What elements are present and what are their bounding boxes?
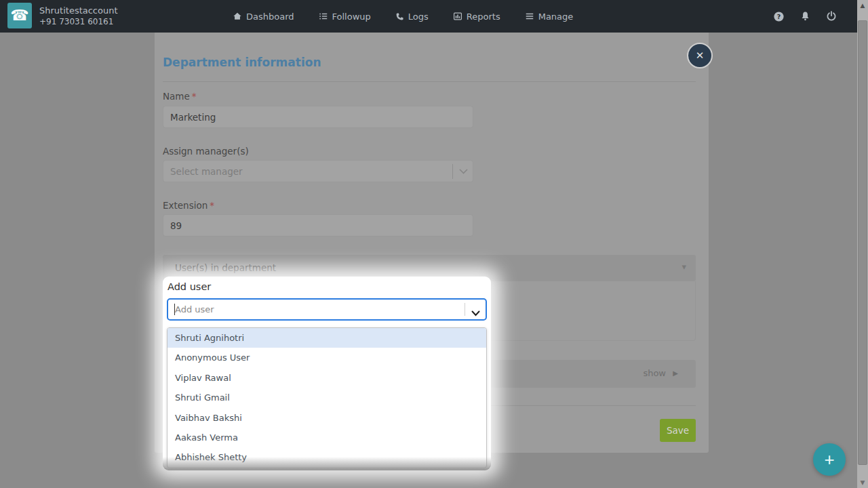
nav-item-reports[interactable]: Reports	[453, 12, 500, 22]
show-link[interactable]: show	[643, 368, 666, 378]
add-user-dropdown: Shruti Agnihotri Anonymous User Viplav R…	[167, 327, 487, 468]
nav-label: Dashboard	[246, 12, 294, 22]
name-label: Name*	[163, 91, 197, 102]
add-user-combobox[interactable]	[167, 298, 487, 321]
list-icon	[319, 12, 328, 21]
close-icon: ✕	[696, 49, 705, 62]
dropdown-option[interactable]: Abhishek Shetty	[167, 447, 486, 467]
name-input[interactable]	[163, 106, 473, 128]
home-icon	[233, 12, 242, 21]
select-separator	[452, 164, 453, 179]
navbar-actions: ?	[773, 0, 837, 33]
title-divider	[163, 81, 696, 82]
phone-icon	[395, 12, 404, 21]
caret-down-icon: ▾	[682, 262, 686, 272]
combobox-separator	[465, 303, 465, 316]
account-name: Shrutitestaccount	[39, 5, 118, 16]
scroll-down-icon[interactable]: ▼	[857, 478, 868, 487]
add-user-spotlight: Add user Shruti Agnihotri Anonymous User…	[163, 277, 491, 469]
top-navbar: ☎ Shrutitestaccount +91 73031 60161 Dash…	[0, 0, 857, 33]
add-user-label: Add user	[167, 281, 211, 292]
assign-manager-label: Assign manager(s)	[163, 146, 249, 157]
account-phone: +91 73031 60161	[39, 16, 118, 27]
add-user-input[interactable]	[171, 300, 462, 319]
chart-icon	[453, 12, 462, 21]
dropdown-option[interactable]: Anonymous User	[167, 348, 486, 367]
phone-logo-icon: ☎	[7, 3, 32, 28]
required-asterisk: *	[192, 91, 197, 102]
power-icon[interactable]	[826, 11, 837, 22]
caret-right-icon: ▶	[673, 369, 678, 377]
save-button[interactable]: Save	[660, 419, 696, 442]
chevron-down-icon[interactable]	[471, 306, 480, 319]
chevron-down-icon	[459, 169, 468, 174]
extension-input[interactable]	[163, 214, 473, 237]
text-cursor	[174, 304, 175, 315]
nav-item-manage[interactable]: Manage	[525, 12, 574, 22]
add-fab-button[interactable]: +	[813, 443, 846, 476]
manager-select[interactable]	[163, 160, 473, 182]
plus-icon: +	[824, 449, 834, 470]
dropdown-option[interactable]: Shruti Gmail	[167, 388, 486, 407]
scrollbar-thumb[interactable]	[858, 20, 867, 465]
nav-item-followup[interactable]: Followup	[319, 12, 371, 22]
dropdown-option[interactable]: Viplav Rawal	[167, 368, 486, 388]
account-info: ☎ Shrutitestaccount +91 73031 60161	[7, 3, 118, 28]
nav-item-logs[interactable]: Logs	[395, 12, 429, 22]
dropdown-option[interactable]: Vaibhav Bakshi	[167, 408, 486, 428]
page-scrollbar[interactable]: ▲ ▼	[857, 0, 868, 488]
bell-icon[interactable]	[800, 11, 810, 22]
modal-title: Department information	[163, 56, 321, 69]
help-icon[interactable]: ?	[773, 11, 785, 22]
nav-item-dashboard[interactable]: Dashboard	[233, 12, 294, 22]
main-nav: Dashboard Followup Logs Reports Manage	[233, 0, 573, 33]
nav-label: Followup	[332, 12, 371, 22]
extension-label: Extension*	[163, 200, 214, 211]
required-asterisk: *	[210, 200, 214, 211]
users-section-title: User(s) in department	[175, 262, 276, 273]
dropdown-option[interactable]: Aakash Verma	[167, 428, 486, 447]
nav-label: Reports	[467, 12, 500, 22]
scroll-up-icon[interactable]: ▲	[857, 1, 868, 10]
nav-label: Logs	[408, 12, 429, 22]
svg-text:?: ?	[777, 12, 781, 20]
close-button[interactable]: ✕	[687, 43, 713, 68]
menu-icon	[525, 12, 534, 21]
nav-label: Manage	[538, 12, 574, 22]
dropdown-option[interactable]: Shruti Agnihotri	[167, 328, 486, 348]
manager-select-chevron[interactable]	[452, 161, 481, 181]
